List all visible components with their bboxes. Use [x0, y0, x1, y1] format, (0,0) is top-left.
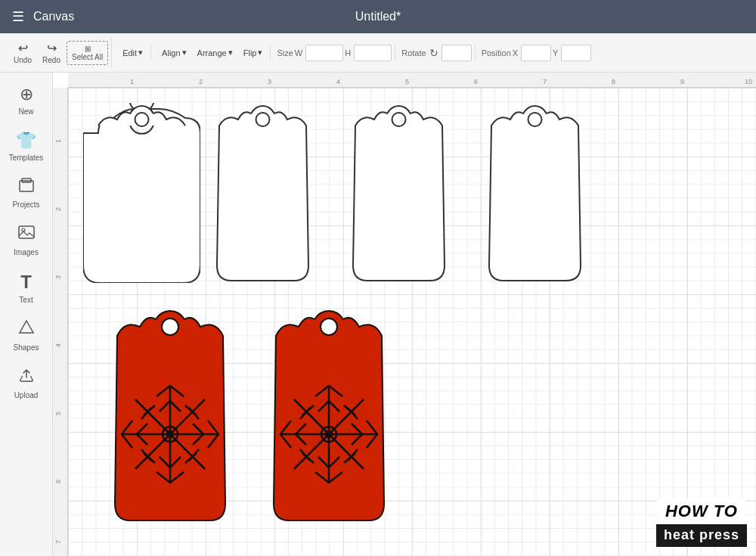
- shapes-label: Shapes: [14, 343, 39, 352]
- sidebar: ⊕ New 👕 Templates Projects Images T Text: [0, 73, 53, 556]
- document-title: Untitled*: [355, 10, 401, 23]
- position-field: Position: [482, 48, 511, 57]
- sidebar-item-templates[interactable]: 👕 Templates: [2, 125, 51, 168]
- sidebar-item-new[interactable]: ⊕ New: [2, 79, 51, 122]
- templates-label: Templates: [9, 154, 44, 162]
- menu-icon[interactable]: ☰: [12, 8, 24, 25]
- main-area: ⊕ New 👕 Templates Projects Images T Text: [0, 73, 756, 556]
- svg-point-70: [326, 431, 332, 437]
- ruler-tick-6: 6: [474, 78, 478, 85]
- rotate-group: Rotate ↻: [398, 45, 475, 61]
- align-label: Align: [162, 48, 180, 57]
- images-icon: [18, 224, 35, 245]
- toolbar: ↩ Undo ↪ Redo ⊞ Select All Edit ▾ Align …: [0, 33, 756, 73]
- width-input[interactable]: [305, 45, 343, 61]
- align-chevron: ▾: [182, 48, 187, 57]
- size-label: Size: [277, 48, 293, 57]
- flip-dropdown[interactable]: Flip ▾: [239, 45, 268, 61]
- y-input[interactable]: [561, 45, 591, 61]
- edit-label: Edit: [122, 48, 137, 57]
- position-label: Position: [482, 48, 511, 57]
- edit-group: Edit ▾: [115, 45, 151, 61]
- images-label: Images: [14, 248, 39, 256]
- y-field: Y: [553, 45, 591, 61]
- rotate-field: Rotate ↻: [401, 45, 471, 61]
- ruler-tick-4: 4: [336, 78, 340, 85]
- ruler-vtick-6: 6: [54, 480, 62, 483]
- ruler-top: 1 2 3 4 5 6 7 8 9 10: [68, 73, 756, 88]
- select-all-icon: ⊞: [85, 45, 91, 53]
- redo-button[interactable]: ↪ Redo: [38, 38, 65, 67]
- app-header: ☰ Canvas Untitled*: [0, 0, 756, 33]
- svg-point-40: [321, 318, 337, 335]
- height-field: H: [345, 45, 392, 61]
- ruler-tick-8: 8: [612, 78, 615, 85]
- svg-point-6: [256, 113, 270, 126]
- watermark-line1: HOW TO: [658, 499, 745, 524]
- x-field: X: [513, 45, 551, 61]
- ruler-vtick-3: 3: [54, 275, 62, 279]
- align-group: Align ▾ Arrange ▾ Flip ▾: [154, 45, 271, 61]
- new-icon: ⊕: [20, 85, 33, 104]
- h-label: H: [345, 48, 351, 57]
- ruler-vtick-7: 7: [54, 540, 62, 544]
- ruler-vtick-1: 1: [54, 139, 62, 143]
- tag-white-3: [340, 103, 457, 283]
- size-field: Size: [277, 48, 293, 57]
- sidebar-item-images[interactable]: Images: [2, 218, 51, 262]
- undo-label: Undo: [14, 56, 32, 64]
- select-all-label: Select All: [72, 53, 103, 61]
- projects-icon: [18, 177, 35, 197]
- tag-white-2: [204, 103, 321, 283]
- ruler-left: 1 2 3 4 5 6 7: [53, 88, 68, 556]
- height-input[interactable]: [354, 45, 392, 61]
- ruler-vtick-5: 5: [54, 412, 62, 415]
- ruler-tick-1: 1: [130, 78, 134, 85]
- align-dropdown[interactable]: Align ▾: [157, 45, 191, 61]
- select-all-button[interactable]: ⊞ Select All: [67, 41, 108, 65]
- ruler-tick-3: 3: [268, 78, 271, 85]
- canvas-area[interactable]: 1 2 3 4 5 6 7 8 9 10 1 2 3 4 5 6 7: [53, 73, 756, 556]
- watermark-line2: heat press: [656, 524, 747, 547]
- text-icon: T: [20, 272, 32, 293]
- undo-redo-group: ↩ Undo ↪ Redo ⊞ Select All: [6, 38, 112, 67]
- tag-white-4: [476, 103, 593, 283]
- edit-chevron: ▾: [138, 48, 143, 57]
- undo-button[interactable]: ↩ Undo: [9, 38, 36, 67]
- arrange-dropdown[interactable]: Arrange ▾: [193, 45, 237, 61]
- rotate-icon: ↻: [429, 47, 438, 59]
- ruler-tick-5: 5: [405, 78, 409, 85]
- ruler-vtick-4: 4: [54, 343, 62, 347]
- sidebar-item-projects[interactable]: Projects: [2, 171, 51, 215]
- shapes-icon: [18, 319, 35, 340]
- svg-point-8: [528, 113, 542, 126]
- app-title: Canvas: [33, 10, 74, 23]
- svg-point-7: [392, 113, 406, 126]
- y-label: Y: [553, 48, 558, 57]
- rotate-label: Rotate: [401, 48, 426, 57]
- tag-red-2: [257, 307, 401, 526]
- upload-label: Upload: [14, 391, 39, 399]
- size-group: Size W H: [274, 45, 395, 61]
- rotate-input[interactable]: [442, 45, 472, 61]
- edit-dropdown[interactable]: Edit ▾: [118, 45, 147, 61]
- ruler-tick-10: 10: [745, 78, 752, 85]
- arrange-chevron: ▾: [228, 48, 233, 57]
- svg-point-39: [167, 431, 173, 437]
- sidebar-item-shapes[interactable]: Shapes: [2, 313, 51, 358]
- x-input[interactable]: [521, 45, 551, 61]
- redo-label: Redo: [42, 56, 60, 64]
- tag-red-1: [98, 307, 242, 526]
- ruler-tick-7: 7: [543, 78, 547, 85]
- ruler-tick-9: 9: [680, 78, 684, 85]
- upload-icon: [18, 367, 35, 388]
- sidebar-item-text[interactable]: T Text: [2, 266, 51, 310]
- redo-icon: ↪: [47, 41, 57, 55]
- flip-chevron: ▾: [258, 48, 262, 57]
- sidebar-item-upload[interactable]: Upload: [2, 361, 51, 405]
- arrange-label: Arrange: [197, 48, 227, 57]
- position-group: Position X Y: [479, 45, 595, 61]
- projects-label: Projects: [12, 200, 39, 209]
- undo-icon: ↩: [18, 41, 28, 55]
- svg-marker-4: [20, 321, 33, 333]
